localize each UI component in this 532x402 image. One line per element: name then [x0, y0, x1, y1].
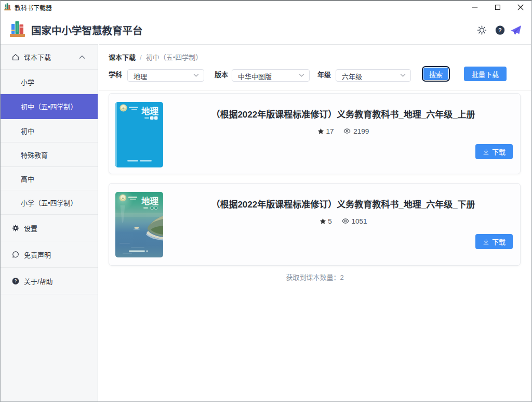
svg-text:地理: 地理 [141, 196, 159, 206]
svg-text:?: ? [498, 27, 502, 33]
svg-text:地理: 地理 [141, 106, 159, 116]
svg-text:?: ? [15, 279, 17, 283]
